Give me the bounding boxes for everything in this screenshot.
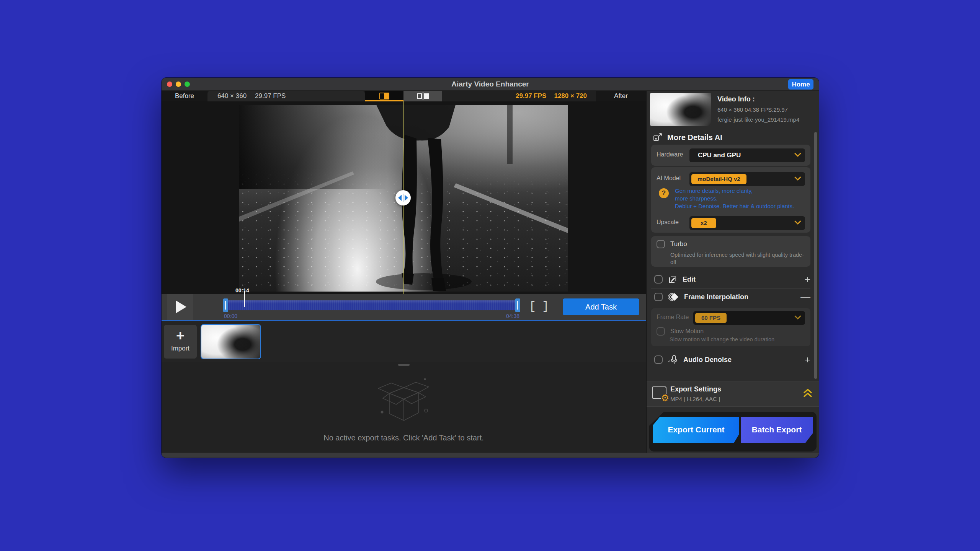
- model-description-line3: Deblur + Denoise. Better hair & outdoor …: [675, 202, 794, 210]
- ai-model-dropdown[interactable]: moDetail-HQ v2: [689, 172, 805, 186]
- side-by-side-toggle[interactable]: [403, 91, 442, 101]
- batch-export-button[interactable]: Batch Export: [741, 417, 813, 443]
- edit-expand-plus-icon[interactable]: +: [805, 274, 810, 285]
- upscale-dropdown[interactable]: x2: [689, 216, 805, 230]
- home-button[interactable]: Home: [788, 79, 813, 90]
- upscale-label: Upscale: [657, 219, 679, 226]
- before-label: Before: [162, 91, 207, 101]
- video-info-filename: fergie-just-like-you_291419.mp4: [717, 116, 799, 123]
- turbo-description: Optimized for inference speed with sligh…: [670, 251, 805, 266]
- output-resolution: 1280 × 720: [554, 92, 587, 99]
- after-label: After: [596, 91, 646, 101]
- panel-scrollbar[interactable]: [814, 132, 817, 379]
- frame-rate-label: Frame Rate: [657, 314, 689, 321]
- split-view-icon: [379, 93, 389, 99]
- frame-rate-dropdown[interactable]: 60 FPS: [693, 311, 805, 325]
- more-details-ai-title: More Details AI: [667, 133, 722, 142]
- import-button[interactable]: + Import: [164, 325, 197, 359]
- model-description: Gen more details, more clarity, more sha…: [675, 187, 794, 210]
- title-bar: Aiarty Video Enhancer Home: [162, 78, 819, 91]
- output-fps: 29.97 FPS: [516, 92, 546, 99]
- main-content: Before 640 × 36029.97 FPS 29.97 FPS1280 …: [162, 91, 646, 453]
- slow-motion-checkbox[interactable]: [657, 327, 665, 336]
- media-strip: + Import: [162, 321, 646, 362]
- source-fps: 29.97 FPS: [255, 92, 286, 99]
- frame-rate-value-badge: 60 FPS: [695, 313, 727, 323]
- timeline[interactable]: 00:14 00:00 04:38: [224, 294, 519, 320]
- export-current-button[interactable]: Export Current: [653, 417, 739, 443]
- chevron-down-icon: [794, 315, 801, 320]
- export-settings-section[interactable]: ⚙ Export Settings MP4 [ H.264, AAC ]: [647, 381, 819, 407]
- settings-panel: Video Info : 640 × 360 04:38 FPS:29.97 f…: [646, 91, 819, 453]
- frame-interpolation-checkbox[interactable]: [654, 293, 663, 301]
- handle-left-arrow-icon: [398, 195, 402, 201]
- chevron-down-icon: [794, 176, 801, 181]
- collapse-up-chevrons-icon[interactable]: [803, 388, 813, 398]
- gear-icon: ⚙: [661, 394, 669, 402]
- compare-drag-handle[interactable]: [395, 190, 411, 205]
- turbo-label: Turbo: [670, 240, 687, 248]
- hardware-label: Hardware: [657, 151, 683, 158]
- upscale-value-badge: x2: [691, 218, 716, 228]
- export-buttons-container: Export Current Batch Export: [649, 412, 817, 452]
- export-settings-icon: ⚙: [652, 386, 666, 399]
- split-view-toggle[interactable]: [365, 91, 403, 101]
- side-by-side-icon: [417, 93, 429, 99]
- trim-end-handle[interactable]: [515, 298, 520, 312]
- edit-row: Edit +: [654, 274, 810, 285]
- mark-in-bracket-icon[interactable]: [: [529, 300, 542, 313]
- playhead-time: 00:14: [235, 287, 249, 293]
- handle-divider: [403, 194, 403, 202]
- slow-motion-label: Slow Motion: [670, 328, 704, 335]
- chevron-down-icon: [794, 220, 801, 225]
- separator: [651, 288, 810, 289]
- model-description-line1: Gen more details, more clarity,: [675, 187, 794, 195]
- empty-state-text: No active export tasks. Click 'Add Task'…: [162, 434, 646, 442]
- mark-out-bracket-icon[interactable]: ]: [542, 300, 555, 313]
- ai-model-value-badge: moDetail-HQ v2: [691, 174, 746, 184]
- video-info-card: Video Info : 640 × 360 04:38 FPS:29.97 f…: [647, 91, 819, 128]
- turbo-checkbox[interactable]: [657, 240, 665, 248]
- empty-box-illustration: [368, 372, 440, 430]
- source-resolution: 640 × 360: [217, 92, 247, 99]
- export-tasks-area: No active export tasks. Click 'Add Task'…: [162, 362, 646, 453]
- frame-interpolation-row: Frame Interpolation —: [654, 291, 810, 303]
- trim-start-handle[interactable]: [223, 298, 228, 312]
- video-info-title: Video Info :: [717, 95, 755, 103]
- export-settings-title: Export Settings: [670, 385, 721, 393]
- plus-icon: +: [164, 328, 197, 343]
- audio-denoise-mic-icon: [668, 355, 678, 365]
- help-icon[interactable]: ?: [659, 188, 669, 198]
- source-info: 640 × 36029.97 FPS: [207, 91, 365, 101]
- timeline-track[interactable]: [224, 300, 519, 310]
- slow-motion-description: Slow motion will change the video durati…: [670, 336, 774, 342]
- frame-interpolation-collapse-minus-icon[interactable]: —: [800, 291, 810, 303]
- play-button[interactable]: [167, 294, 193, 320]
- turbo-card: Turbo Optimized for inference speed with…: [651, 236, 810, 267]
- handle-right-arrow-icon: [405, 195, 408, 201]
- hardware-dropdown[interactable]: CPU and GPU: [689, 148, 805, 162]
- hardware-card: Hardware CPU and GPU: [651, 145, 810, 166]
- export-settings-value: MP4 [ H.264, AAC ]: [670, 396, 720, 402]
- time-end: 04:38: [506, 313, 519, 319]
- frame-interpolation-icon: [668, 292, 679, 302]
- resize-handle[interactable]: [398, 364, 410, 366]
- mark-in-out-buttons[interactable]: []: [529, 294, 555, 320]
- edit-checkbox[interactable]: [654, 275, 663, 284]
- video-info-thumbnail: [650, 93, 711, 126]
- add-task-button[interactable]: Add Task: [563, 298, 639, 315]
- frame-rate-card: Frame Rate 60 FPS Slow Motion Slow motio…: [651, 308, 810, 346]
- export-buttons-area: Export Current Batch Export: [647, 407, 819, 453]
- more-details-ai-header: More Details AI: [653, 132, 722, 143]
- app-window: Aiarty Video Enhancer Home Before 640 × …: [162, 78, 819, 458]
- video-preview-area: [162, 101, 646, 294]
- edit-icon: [668, 275, 677, 284]
- audio-denoise-expand-plus-icon[interactable]: +: [805, 354, 810, 366]
- chevron-down-icon: [794, 153, 801, 157]
- model-description-line2: more sharpness.: [675, 195, 794, 202]
- audio-denoise-checkbox[interactable]: [654, 355, 663, 364]
- compare-toolbar: Before 640 × 36029.97 FPS 29.97 FPS1280 …: [162, 91, 646, 101]
- clip-thumbnail-selected[interactable]: [201, 324, 261, 359]
- time-start: 00:00: [224, 313, 237, 319]
- playhead[interactable]: [244, 291, 245, 307]
